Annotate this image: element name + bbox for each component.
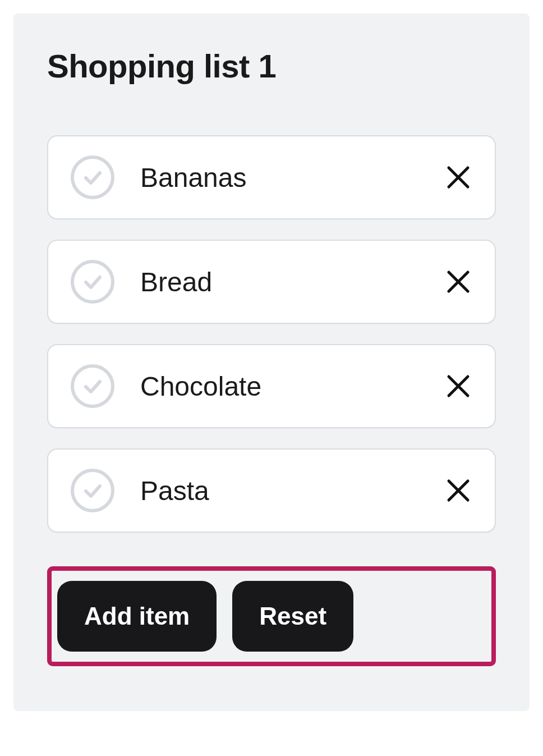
item-label: Chocolate [140,371,444,402]
reset-button[interactable]: Reset [232,581,353,652]
check-toggle[interactable] [71,364,114,408]
item-list: Bananas Bread Chocolate [47,135,496,533]
list-item: Pasta [47,448,496,533]
list-item: Bananas [47,135,496,219]
delete-button[interactable] [444,476,472,505]
check-icon [81,166,104,189]
check-icon [81,375,104,397]
check-toggle[interactable] [71,155,114,199]
check-toggle[interactable] [71,260,114,304]
check-icon [81,479,104,502]
delete-button[interactable] [444,163,472,191]
delete-button[interactable] [444,268,472,296]
list-item: Bread [47,240,496,324]
item-label: Bananas [140,162,444,193]
list-item: Chocolate [47,344,496,428]
actions-highlight-box: Add item Reset [47,566,496,666]
close-icon [445,269,471,295]
close-icon [445,373,471,399]
page-title: Shopping list 1 [47,47,496,85]
item-label: Pasta [140,475,444,506]
add-item-button[interactable]: Add item [57,581,217,652]
shopping-list-panel: Shopping list 1 Bananas Bread Choco [13,13,530,711]
delete-button[interactable] [444,372,472,400]
check-icon [81,271,104,293]
close-icon [445,478,471,503]
item-label: Bread [140,267,444,297]
close-icon [445,164,471,190]
check-toggle[interactable] [71,469,114,512]
